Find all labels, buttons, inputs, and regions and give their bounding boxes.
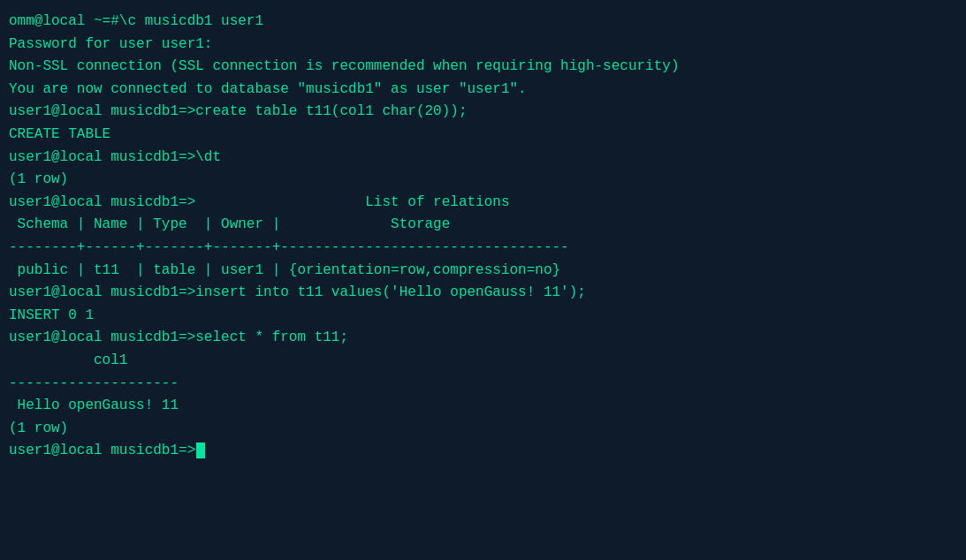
terminal-window[interactable]: omm@local ~=#\c musicdb1 user1Password f… — [0, 0, 966, 560]
terminal-line: user1@local musicdb1=> — [9, 440, 957, 463]
terminal-line: You are now connected to database "music… — [9, 79, 957, 102]
terminal-line: CREATE TABLE — [9, 124, 957, 147]
terminal-line: user1@local musicdb1=>insert into t11 va… — [9, 282, 957, 305]
terminal-line: Non-SSL connection (SSL connection is re… — [9, 56, 957, 79]
terminal-line: col1 — [9, 350, 957, 373]
terminal-line: (1 row) — [9, 418, 957, 441]
terminal-line: -------------------- — [9, 373, 957, 396]
terminal-line: --------+------+-------+-------+--------… — [9, 237, 957, 260]
terminal-line: Schema | Name | Type | Owner | Storage — [9, 214, 957, 237]
terminal-line: (1 row) — [9, 169, 957, 192]
terminal-line: user1@local musicdb1=>\dt — [9, 147, 957, 170]
terminal-line-text: user1@local musicdb1=> — [9, 443, 195, 458]
terminal-line: omm@local ~=#\c musicdb1 user1 — [9, 11, 957, 34]
terminal-line: Hello openGauss! 11 — [9, 395, 957, 418]
terminal-line: user1@local musicdb1=>create table t11(c… — [9, 101, 957, 124]
terminal-line: Password for user user1: — [9, 34, 957, 57]
terminal-line: user1@local musicdb1=>select * from t11; — [9, 327, 957, 350]
cursor-block — [196, 443, 205, 458]
terminal-line: public | t11 | table | user1 | {orientat… — [9, 260, 957, 283]
terminal-line: user1@local musicdb1=> List of relations — [9, 192, 957, 215]
terminal-line: INSERT 0 1 — [9, 305, 957, 328]
